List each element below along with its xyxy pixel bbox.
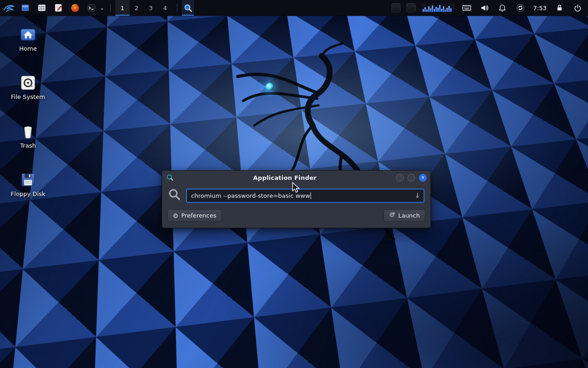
desktop-icon-label: Floppy Disk bbox=[11, 191, 45, 197]
kali-menu-icon[interactable] bbox=[3, 0, 15, 16]
maximize-button[interactable] bbox=[407, 174, 415, 182]
terminal-icon[interactable] bbox=[85, 0, 97, 16]
desktop-icon-column: Home File System Trash Floppy Disk bbox=[7, 26, 49, 219]
preferences-button[interactable]: ⚙ Preferences bbox=[167, 209, 222, 222]
finder-footer: ⚙ Preferences Launch bbox=[162, 207, 430, 228]
power-icon[interactable] bbox=[571, 0, 583, 16]
hard-drive-icon bbox=[20, 74, 36, 92]
lock-icon[interactable] bbox=[554, 0, 565, 16]
desktop-icon-home[interactable]: Home bbox=[7, 26, 49, 52]
volume-icon[interactable] bbox=[479, 0, 491, 16]
launch-label: Launch bbox=[398, 212, 420, 219]
text-editor-icon[interactable] bbox=[52, 0, 64, 16]
panel-separator bbox=[110, 4, 111, 12]
desktop-icon-floppy[interactable]: Floppy Disk bbox=[7, 171, 49, 197]
top-panel: ⌄ 1 2 3 4 7: bbox=[0, 0, 588, 16]
minimize-button[interactable] bbox=[396, 174, 404, 182]
firefox-icon[interactable] bbox=[69, 0, 81, 16]
panel-left: ⌄ 1 2 3 4 bbox=[0, 0, 194, 16]
search-icon bbox=[168, 188, 181, 203]
desktop-icon-trash[interactable]: Trash bbox=[7, 123, 49, 149]
terminal-dropdown-chevron[interactable]: ⌄ bbox=[98, 0, 106, 16]
panel-separator bbox=[177, 4, 177, 12]
notifications-icon[interactable] bbox=[497, 0, 509, 16]
app-finder-panel-button[interactable] bbox=[182, 0, 194, 16]
window-title: Application Finder bbox=[174, 174, 396, 181]
gear-icon: ⚙ bbox=[173, 213, 179, 219]
keyboard-icon[interactable] bbox=[461, 0, 473, 16]
trash-icon bbox=[20, 123, 36, 140]
launch-icon bbox=[389, 212, 396, 219]
file-manager-icon[interactable] bbox=[36, 0, 48, 16]
system-monitor-applet[interactable] bbox=[422, 3, 455, 12]
desktop-icon-label: Trash bbox=[20, 143, 36, 149]
preferences-label: Preferences bbox=[181, 212, 216, 219]
update-icon[interactable] bbox=[514, 0, 526, 16]
workspace-4[interactable]: 4 bbox=[158, 0, 172, 16]
app-finder-icon bbox=[166, 174, 174, 182]
clock[interactable]: 7:53 bbox=[532, 5, 548, 12]
close-button[interactable]: ✕ bbox=[419, 174, 427, 182]
window-thumbnail[interactable] bbox=[391, 3, 401, 12]
desktop-icon-label: File System bbox=[11, 94, 45, 100]
workspace-1[interactable]: 1 bbox=[115, 0, 130, 16]
window-icon[interactable] bbox=[19, 0, 31, 16]
launch-button[interactable]: Launch bbox=[384, 209, 425, 222]
titlebar[interactable]: Application Finder ✕ bbox=[162, 171, 430, 184]
workspace-2[interactable]: 2 bbox=[130, 0, 144, 16]
desktop-icon-file-system[interactable]: File System bbox=[7, 74, 49, 100]
desktop-icon-label: Home bbox=[19, 46, 37, 52]
workspace-3[interactable]: 3 bbox=[144, 0, 158, 16]
finder-body: chromium --password-store=basic www ↓ bbox=[162, 184, 430, 207]
command-input[interactable]: chromium --password-store=basic www ↓ bbox=[186, 189, 424, 203]
window-buttons: ✕ bbox=[396, 174, 427, 182]
glow-orb bbox=[266, 83, 274, 91]
home-folder-icon bbox=[19, 26, 37, 43]
input-dropdown-arrow[interactable]: ↓ bbox=[415, 192, 420, 199]
floppy-disk-icon bbox=[20, 171, 36, 189]
panel-right: 7:53 bbox=[391, 0, 588, 16]
command-text: chromium --password-store=basic www bbox=[191, 192, 310, 199]
text-caret bbox=[311, 192, 311, 199]
window-thumbnail[interactable] bbox=[407, 3, 416, 12]
workspace-switcher: 1 2 3 4 bbox=[115, 0, 172, 16]
application-finder-window: Application Finder ✕ chromium --password… bbox=[162, 170, 431, 228]
